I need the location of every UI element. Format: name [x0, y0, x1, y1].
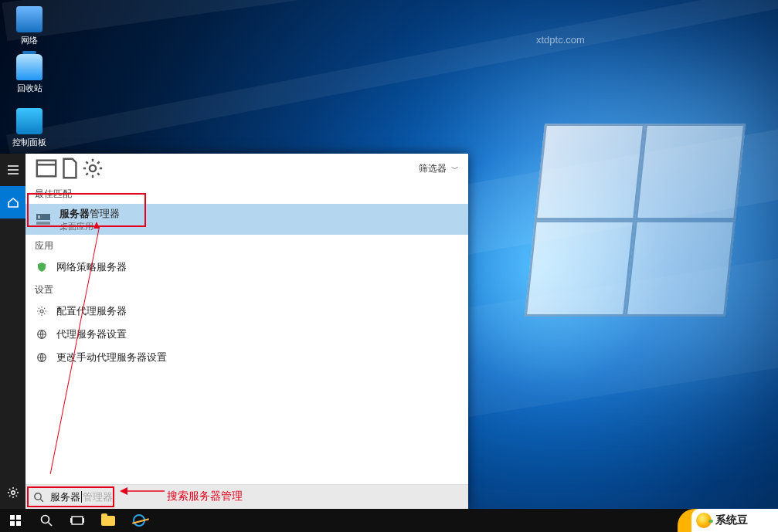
search-typed-text: 服务器 [50, 490, 80, 504]
svg-line-19 [49, 523, 53, 527]
internet-explorer-button[interactable] [124, 509, 155, 532]
desktop-icon-recycle-bin[interactable]: 回收站 [8, 54, 51, 94]
svg-rect-5 [36, 222, 50, 225]
sidebar-menu-button[interactable] [0, 154, 25, 186]
desktop-icon-control-panel[interactable]: 控制面板 [8, 108, 51, 148]
search-results-header: 筛选器 ﹀ [25, 154, 468, 183]
filter-label: 筛选器 [419, 163, 447, 174]
header-documents-button[interactable] [58, 157, 81, 180]
document-icon [58, 157, 81, 180]
best-match-title-rest: 管理器 [90, 208, 120, 219]
header-apps-button[interactable] [35, 157, 58, 180]
task-view-icon [70, 513, 84, 527]
search-icon [33, 492, 44, 503]
start-button[interactable] [0, 509, 31, 532]
server-manager-icon [35, 211, 52, 228]
gear-icon [81, 157, 104, 180]
windows-logo-light [525, 124, 746, 317]
network-icon [16, 6, 42, 32]
svg-rect-6 [38, 215, 40, 219]
taskbar-search-button[interactable] [31, 509, 62, 532]
svg-point-7 [40, 310, 43, 313]
brand-logo-icon [696, 513, 712, 528]
filter-dropdown[interactable]: 筛选器 ﹀ [419, 162, 459, 175]
result-label: 配置代理服务器 [56, 305, 127, 318]
result-proxy-settings[interactable]: 代理服务器设置 [25, 323, 468, 346]
windows-logo-icon [9, 514, 22, 527]
svg-rect-15 [16, 515, 21, 520]
search-sidebar [0, 154, 25, 509]
svg-rect-20 [72, 517, 83, 524]
sidebar-settings-button[interactable] [0, 476, 25, 509]
folder-icon [101, 516, 115, 526]
svg-rect-22 [83, 518, 84, 523]
desktop-icon-label: 控制面板 [8, 137, 51, 148]
chevron-down-icon: ﹀ [451, 164, 459, 173]
sidebar-home-button[interactable] [0, 186, 25, 219]
svg-rect-21 [70, 518, 72, 523]
search-input[interactable]: 服务器管理器 [50, 490, 113, 504]
desktop-icon-label: 网络 [8, 35, 51, 46]
svg-point-3 [90, 165, 96, 171]
result-label: 更改手动代理服务器设置 [56, 351, 167, 364]
svg-rect-1 [37, 161, 56, 177]
search-icon [39, 513, 53, 527]
svg-point-0 [11, 491, 14, 494]
result-label: 网络策略服务器 [56, 261, 127, 274]
taskbar [0, 509, 778, 532]
shield-icon [35, 262, 49, 273]
svg-point-18 [42, 516, 49, 524]
section-best-match: 最佳匹配 [25, 183, 468, 204]
search-suggestion-tail: 管理器 [83, 490, 113, 504]
result-network-policy-server[interactable]: 网络策略服务器 [25, 256, 468, 279]
search-input-bar[interactable]: 服务器管理器 [25, 484, 468, 509]
best-match-server-manager[interactable]: 服务器管理器 桌面应用 [25, 204, 468, 235]
gear-icon [7, 486, 19, 499]
globe-icon [35, 329, 49, 340]
globe-icon [35, 352, 49, 363]
desktop-icon-label: 回收站 [8, 83, 51, 94]
result-change-manual-proxy[interactable]: 更改手动代理服务器设置 [25, 346, 468, 369]
result-configure-proxy[interactable]: 配置代理服务器 [25, 300, 468, 323]
recycle-bin-icon [16, 54, 42, 80]
section-settings: 设置 [25, 279, 468, 300]
hamburger-icon [7, 164, 19, 176]
section-apps: 应用 [25, 235, 468, 256]
header-settings-button[interactable] [81, 157, 104, 180]
svg-rect-14 [10, 515, 15, 520]
search-results: 筛选器 ﹀ 最佳匹配 服务器管理器 桌面应用 应用 [25, 154, 468, 509]
svg-point-10 [35, 493, 41, 499]
control-panel-icon [16, 108, 42, 134]
best-match-title-bold: 服务器 [59, 208, 90, 219]
search-panel: 筛选器 ﹀ 最佳匹配 服务器管理器 桌面应用 应用 [0, 154, 468, 509]
file-explorer-button[interactable] [93, 509, 124, 532]
svg-rect-17 [16, 521, 21, 526]
home-icon [7, 196, 19, 208]
task-view-button[interactable] [62, 509, 93, 532]
svg-line-11 [40, 499, 43, 502]
window-icon [35, 157, 58, 180]
desktop: xtdptc.com 网络 回收站 控制面板 [0, 0, 778, 532]
gear-icon [35, 306, 49, 317]
result-label: 代理服务器设置 [56, 328, 127, 341]
brand-badge: 系统豆 [691, 509, 778, 532]
desktop-icon-network[interactable]: 网络 [8, 6, 51, 46]
svg-rect-16 [10, 521, 15, 526]
ie-icon [133, 514, 145, 527]
brand-text: 系统豆 [715, 513, 748, 527]
best-match-subtitle: 桌面应用 [59, 221, 120, 232]
